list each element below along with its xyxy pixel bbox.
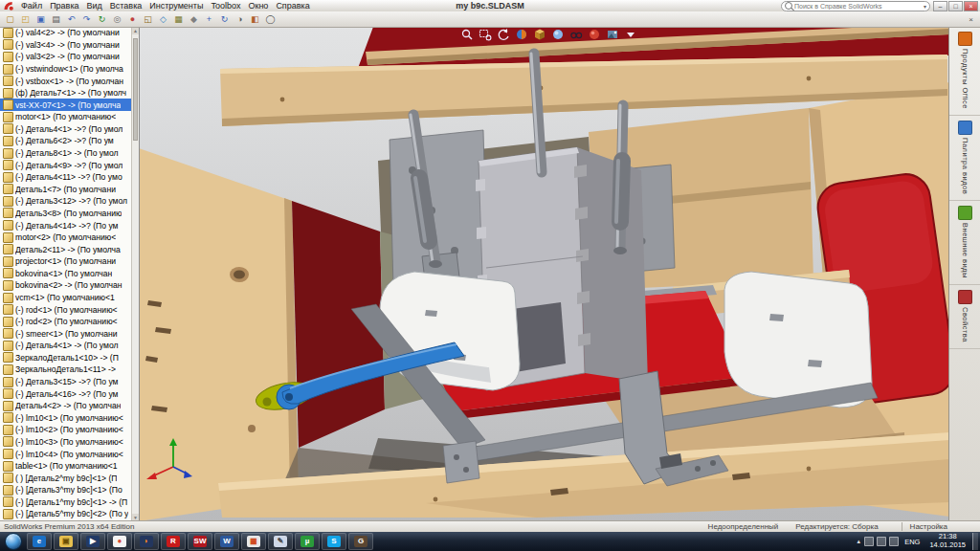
media-player-icon[interactable]: ▶ bbox=[80, 533, 105, 550]
tree-item[interactable]: ЗеркальноДеталь1<11> -> bbox=[0, 364, 132, 376]
chrome-icon[interactable]: ● bbox=[107, 533, 132, 550]
previous-view-icon[interactable] bbox=[496, 28, 511, 41]
viewport-3d-model[interactable] bbox=[139, 27, 949, 521]
tree-item[interactable]: (-) Деталь4<9> ->? (По умол bbox=[0, 159, 132, 171]
scroll-up-icon[interactable]: ▲ bbox=[132, 27, 139, 34]
word-icon[interactable]: W bbox=[214, 533, 239, 550]
tree-item[interactable]: (-) smeer<1> (По умолчани bbox=[0, 327, 132, 340]
help-search-input[interactable] bbox=[794, 2, 922, 10]
move-component-icon[interactable]: + bbox=[202, 13, 216, 26]
tree-item[interactable]: Деталь4<2> -> (По умолчан bbox=[0, 400, 132, 412]
menu-item[interactable]: Toolbox bbox=[207, 1, 244, 11]
task-pane-tab[interactable]: Свойства bbox=[949, 285, 980, 349]
task-pane-tab[interactable]: Продукты Office bbox=[949, 27, 980, 116]
task-pane-tab[interactable]: Палитра видов bbox=[949, 116, 980, 201]
explorer-icon[interactable]: ▣ bbox=[54, 533, 78, 550]
paint-icon[interactable]: ✎ bbox=[268, 533, 293, 550]
tree-item[interactable]: (-) lm10<1> (По умолчанию< bbox=[0, 412, 132, 425]
tree-item[interactable]: (-) lm10<2> (По умолчанию< bbox=[0, 424, 132, 436]
hide-show-icon[interactable]: ◑ bbox=[233, 13, 247, 26]
zoom-fit-icon[interactable] bbox=[459, 28, 475, 41]
tree-item[interactable]: (-) lm10<3> (По умолчанию< bbox=[0, 436, 132, 449]
tree-item[interactable]: (-) lm10<4> (По умолчанию< bbox=[0, 448, 132, 460]
tree-item[interactable]: motor<1> (По умолчанию< bbox=[0, 111, 132, 123]
display-style-icon[interactable] bbox=[550, 28, 566, 41]
tree-item[interactable]: (-) rod<1> (По умолчанию< bbox=[0, 303, 132, 316]
graphics-area[interactable] bbox=[139, 27, 949, 521]
gimp-icon[interactable]: G bbox=[348, 533, 373, 550]
tree-item[interactable]: table<1> (По умолчанию<1 bbox=[0, 460, 132, 473]
clock[interactable]: 21:38 14.01.2015 bbox=[929, 533, 966, 549]
close-button[interactable]: × bbox=[964, 1, 978, 11]
section-view-icon[interactable] bbox=[514, 28, 529, 41]
search-chevron-icon[interactable]: ▾ bbox=[924, 3, 926, 10]
language-indicator[interactable]: ENG bbox=[902, 538, 923, 546]
tree-item[interactable]: motor<2> (По умолчанию< bbox=[0, 231, 132, 244]
new-document-icon[interactable]: ▢ bbox=[3, 13, 17, 26]
tree-item[interactable]: Деталь2<11> -> (По умолча bbox=[0, 243, 132, 255]
section-view-icon[interactable]: ◧ bbox=[248, 13, 262, 26]
tree-item[interactable]: projector<1> (По умолчани bbox=[0, 255, 132, 268]
redo-icon[interactable]: ↷ bbox=[79, 13, 94, 26]
show-desktop-button[interactable] bbox=[972, 533, 978, 549]
ie-icon[interactable]: e bbox=[27, 533, 52, 550]
tray-network-icon[interactable] bbox=[864, 537, 874, 546]
menu-item[interactable]: Инструменты bbox=[145, 1, 207, 11]
custom-properties-tab[interactable]: Настройка bbox=[902, 522, 976, 531]
zoom-area-icon[interactable] bbox=[478, 28, 493, 41]
tree-scrollbar[interactable]: ▲ ▼ bbox=[131, 27, 139, 521]
minimize-button[interactable]: – bbox=[933, 1, 947, 11]
tree-item[interactable]: Деталь1<7> (По умолчани bbox=[0, 184, 132, 196]
firefox-icon[interactable]: ◗ bbox=[134, 533, 159, 550]
tray-expand-icon[interactable]: ▲ bbox=[856, 539, 861, 544]
help-search-box[interactable]: ▾ bbox=[781, 1, 930, 11]
edit-appearance-icon[interactable] bbox=[587, 28, 602, 41]
tree-item[interactable]: (-) Деталь3<15> ->? (По ум bbox=[0, 376, 132, 388]
zoom-fit-icon[interactable]: ◯ bbox=[263, 13, 278, 26]
tree-scroll-thumb[interactable] bbox=[133, 38, 138, 141]
open-icon[interactable]: ◰ bbox=[18, 13, 33, 26]
tree-item[interactable]: ( ) [Деталь2^my b9c]<1> (П bbox=[0, 472, 132, 484]
print-icon[interactable]: ▤ bbox=[49, 13, 63, 26]
menu-item[interactable]: Вид bbox=[83, 1, 106, 11]
document-close-button[interactable]: × bbox=[969, 15, 977, 24]
menu-item[interactable]: Справка bbox=[272, 1, 313, 11]
tree-item[interactable]: (-) Деталь6<2> ->? (По ум bbox=[0, 135, 132, 147]
tree-item[interactable]: (-) [Деталь3^my b9c]<1> (По bbox=[0, 484, 132, 496]
tray-volume-icon[interactable] bbox=[877, 537, 886, 546]
tray-antivirus-icon[interactable] bbox=[889, 537, 899, 546]
undo-icon[interactable]: ↶ bbox=[64, 13, 78, 26]
tree-item[interactable]: (-) [Деталь5^my b9c]<2> (По у bbox=[0, 508, 132, 520]
menu-item[interactable]: Файл bbox=[17, 1, 46, 11]
tree-item[interactable]: (-) Деталь4<1> ->? (По умол bbox=[0, 123, 132, 136]
tree-item[interactable]: (-) Деталь4<16> ->? (По ум bbox=[0, 387, 132, 400]
left-wall[interactable] bbox=[139, 148, 299, 521]
mate-icon[interactable]: ◇ bbox=[156, 13, 170, 26]
corner-bracket[interactable] bbox=[443, 441, 479, 483]
tree-item[interactable]: (-) rod<2> (По умолчанию< bbox=[0, 316, 132, 328]
edit-appearance-icon[interactable]: ● bbox=[125, 13, 140, 26]
tree-item[interactable]: vcm<1> (По умолчанию<1 bbox=[0, 292, 132, 304]
tree-item[interactable]: (-) vstbox<1> -> (По умолчан bbox=[0, 75, 132, 87]
tree-item[interactable]: ЗеркалоДеталь1<10> -> (П bbox=[0, 352, 132, 364]
utorrent-icon[interactable]: µ bbox=[295, 533, 320, 550]
task-pane-tab[interactable]: Внешние виды bbox=[949, 201, 980, 285]
tree-item[interactable]: (-) val3<2> -> (По умолчани bbox=[0, 51, 132, 63]
tree-item[interactable]: (-) Деталь3<12> ->? (По умол bbox=[0, 195, 132, 208]
view-orientation-icon[interactable] bbox=[532, 28, 547, 41]
skype-icon[interactable]: S bbox=[322, 533, 346, 550]
solidworks-icon[interactable]: SW bbox=[188, 533, 212, 550]
view-settings-icon[interactable] bbox=[623, 28, 638, 41]
tree-item[interactable]: (-) [Деталь1^my b9c]<1> -> (П bbox=[0, 496, 132, 509]
menu-item[interactable]: Окно bbox=[244, 1, 272, 11]
tree-item[interactable]: (-) vstwindow<1> (По умолча bbox=[0, 63, 132, 76]
tree-item[interactable]: vst-XX-07<1> -> (По умолча bbox=[0, 99, 132, 111]
restore-button[interactable]: □ bbox=[948, 1, 963, 11]
apply-scene-icon[interactable] bbox=[605, 28, 620, 41]
linear-pattern-icon[interactable]: ▦ bbox=[171, 13, 186, 26]
smart-fasteners-icon[interactable]: ◆ bbox=[187, 13, 201, 26]
tree-item[interactable]: (-) Деталь4<1> -> (По умол bbox=[0, 340, 132, 352]
options-icon[interactable]: ◎ bbox=[110, 13, 124, 26]
tree-item[interactable]: (-) Деталь4<11> ->? (По умо bbox=[0, 171, 132, 184]
tree-item[interactable]: bokovina<2> -> (По умолчан bbox=[0, 279, 132, 292]
